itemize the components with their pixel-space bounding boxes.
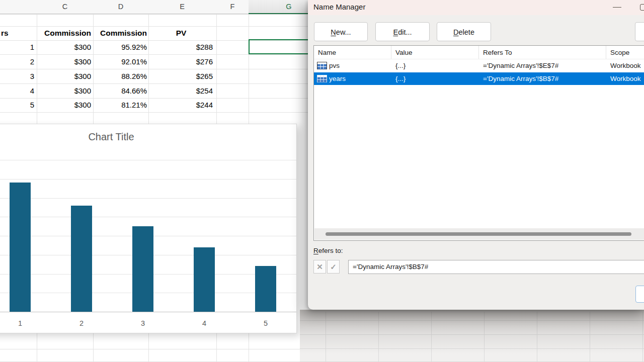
pv-header[interactable]: PV xyxy=(149,26,213,40)
chart-category-label: 2 xyxy=(66,319,97,327)
cell[interactable]: 2 xyxy=(0,54,34,69)
name-list-item-years[interactable]: years{...}='Dynamic Arrays'!$B$7#Workboo… xyxy=(314,72,644,85)
column-header-E[interactable]: E xyxy=(171,0,193,14)
commission-amount-header[interactable]: Commission xyxy=(39,26,91,40)
bar-series-pv[interactable] xyxy=(71,206,92,312)
maximize-icon[interactable] xyxy=(637,0,644,15)
name-cell: pvs xyxy=(314,59,391,72)
chart-x-axis xyxy=(0,312,296,312)
name-manager-dialog: Name Manager New... Edit... Delete Name … xyxy=(308,0,644,310)
chart-gridline xyxy=(0,179,296,179)
close-button-partial[interactable] xyxy=(635,286,644,303)
bar-series-pv[interactable] xyxy=(132,226,153,312)
cancel-x-icon[interactable]: ✕ xyxy=(313,260,326,274)
column-header-F[interactable]: F xyxy=(221,0,244,14)
years-header-fragment[interactable]: rs xyxy=(1,26,21,40)
cell[interactable]: 88.26% xyxy=(95,69,147,83)
cell[interactable]: $300 xyxy=(39,54,91,69)
chart-category-label: 5 xyxy=(251,319,281,327)
selected-cell-G[interactable] xyxy=(249,39,312,54)
column-header-C[interactable]: C xyxy=(54,0,76,14)
name-list-item-pvs[interactable]: pvs{...}='Dynamic Arrays'!$E$7#Workbook xyxy=(314,59,644,72)
cell[interactable]: $265 xyxy=(149,69,213,83)
new-button[interactable]: New... xyxy=(314,22,368,41)
column-refers-to[interactable]: Refers To xyxy=(479,46,606,59)
chart-category-label: 3 xyxy=(128,319,158,327)
cell[interactable]: $276 xyxy=(149,54,213,69)
bar-series-pv[interactable] xyxy=(194,247,215,312)
cell[interactable]: $254 xyxy=(149,83,213,98)
name-cell: years xyxy=(314,72,391,85)
filter-button-partial[interactable] xyxy=(635,22,644,41)
cell[interactable]: $244 xyxy=(149,98,213,112)
names-list: Name Value Refers To Scope pvs{...}='Dyn… xyxy=(313,45,644,241)
names-list-header: Name Value Refers To Scope xyxy=(314,46,644,59)
excel-app-window: C D E F G rs Commission Commission PV 1$… xyxy=(0,0,644,362)
cell[interactable]: 4 xyxy=(0,83,34,98)
minimize-icon[interactable] xyxy=(606,0,629,15)
cell[interactable]: $300 xyxy=(39,69,91,83)
gridline xyxy=(0,349,300,349)
refers-to-cell: ='Dynamic Arrays'!$E$7# xyxy=(479,59,606,72)
column-name[interactable]: Name xyxy=(314,46,391,59)
column-value[interactable]: Value xyxy=(391,46,479,59)
chart-gridline xyxy=(0,198,296,199)
chart-title[interactable]: Chart Title xyxy=(0,131,297,143)
value-cell: {...} xyxy=(391,59,479,72)
refers-to-cell: ='Dynamic Arrays'!$B$7# xyxy=(479,72,606,85)
worksheet-under-dialog xyxy=(300,310,644,362)
delete-button[interactable]: Delete xyxy=(437,22,491,41)
scrollbar-thumb[interactable] xyxy=(326,232,631,236)
cell[interactable]: 84.66% xyxy=(95,83,147,98)
scope-cell: Workbook xyxy=(606,72,644,85)
edit-button[interactable]: Edit... xyxy=(375,22,430,41)
cell[interactable]: 3 xyxy=(0,69,34,83)
cell[interactable]: 5 xyxy=(0,98,34,112)
gridline xyxy=(0,14,308,15)
cell[interactable]: 95.92% xyxy=(95,40,147,54)
bar-series-pv[interactable] xyxy=(255,266,276,312)
chart-category-label: 1 xyxy=(5,319,35,327)
refers-to-input[interactable]: ='Dynamic Arrays'!$B$7# xyxy=(348,260,644,274)
cell[interactable]: 92.01% xyxy=(95,54,147,69)
bar-series-pv[interactable] xyxy=(10,183,31,312)
scope-cell: Workbook xyxy=(606,59,644,72)
column-scope[interactable]: Scope xyxy=(606,46,644,59)
commission-pct-header[interactable]: Commission xyxy=(95,26,147,40)
confirm-check-icon[interactable]: ✓ xyxy=(327,260,340,274)
gridline xyxy=(0,112,308,113)
chart-gridline xyxy=(0,160,296,160)
cell[interactable]: $288 xyxy=(149,40,213,54)
chart-category-label: 4 xyxy=(189,319,219,327)
column-header-G[interactable]: G xyxy=(278,0,300,14)
refers-to-label: Refers to: xyxy=(313,247,343,254)
named-range-icon xyxy=(317,75,327,82)
dialog-drop-shadow xyxy=(300,310,644,362)
cell[interactable]: $300 xyxy=(39,98,91,112)
named-range-icon xyxy=(317,62,327,69)
chart-gridline xyxy=(0,217,296,217)
column-header-D[interactable]: D xyxy=(110,0,132,14)
horizontal-scrollbar[interactable] xyxy=(314,228,644,240)
dialog-titlebar[interactable]: Name Manager xyxy=(308,0,644,15)
cell[interactable]: $300 xyxy=(39,40,91,54)
cell[interactable]: $300 xyxy=(39,83,91,98)
dialog-title: Name Manager xyxy=(313,3,365,11)
bar-chart-object[interactable]: Chart Title 12345 xyxy=(0,124,297,333)
cell[interactable]: 1 xyxy=(0,40,34,54)
value-cell: {...} xyxy=(391,72,479,85)
cell[interactable]: 81.21% xyxy=(95,98,147,112)
